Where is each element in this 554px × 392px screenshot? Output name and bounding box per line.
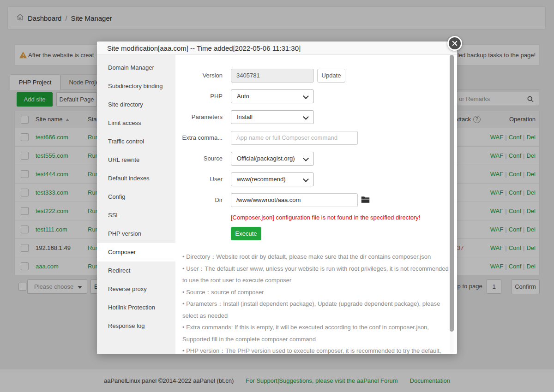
sidebar-item-default-indexes[interactable]: Default indexes [97, 169, 175, 188]
sidebar-item-reverse-proxy[interactable]: Reverse proxy [97, 280, 175, 298]
close-icon[interactable] [447, 36, 462, 51]
sidebar-item-composer[interactable]: Composer [97, 243, 175, 261]
extra-command-placeholder: App name or full Composer command [236, 134, 337, 141]
sidebar-item-traffic-control[interactable]: Traffic control [97, 132, 175, 151]
note-php-version: PHP version：The PHP version used to exec… [182, 345, 452, 354]
modal-scrollbar-thumb[interactable] [450, 55, 454, 332]
user-select[interactable]: www(recommend) [231, 172, 314, 186]
source-select[interactable]: Official(packagist.org) [231, 152, 314, 166]
sidebar-item-site-directory[interactable]: Site directory [97, 95, 175, 114]
modal-sidebar: Domain Manager Subdirectory binding Site… [97, 55, 175, 354]
site-modification-modal: Site modification[aaa.com] -- Time added… [97, 42, 457, 354]
composer-error-message: [Composer.json] configuration file is no… [231, 214, 420, 221]
modal-scrollbar-track [450, 55, 454, 353]
composer-panel: Version 3405781 Update PHP Auto Paramete… [175, 55, 457, 354]
note-user: User：The default user www, unless your w… [182, 263, 452, 286]
composer-notes: Directory：Website root dir by default, p… [182, 251, 452, 354]
sidebar-item-hotlink-protection[interactable]: Hotlink Protection [97, 298, 175, 317]
sidebar-item-domain-manager[interactable]: Domain Manager [97, 59, 175, 77]
php-label: PHP [175, 89, 223, 104]
extra-command-input[interactable]: App name or full Composer command [231, 131, 358, 145]
sidebar-item-url-rewrite[interactable]: URL rewrite [97, 151, 175, 169]
version-label: Version [175, 68, 223, 83]
parameters-select[interactable]: Install [231, 110, 314, 124]
sidebar-item-redirect[interactable]: Redirect [97, 261, 175, 280]
php-select[interactable]: Auto [231, 89, 314, 103]
parameters-label: Parameters [175, 110, 223, 125]
note-directory: Directory：Website root dir by default, p… [182, 251, 452, 263]
sidebar-item-limit-access[interactable]: Limit access [97, 114, 175, 132]
update-button[interactable]: Update [317, 69, 345, 83]
version-input[interactable]: 3405781 [231, 69, 314, 83]
sidebar-item-php-version[interactable]: PHP version [97, 225, 175, 243]
note-extra-commands: Extra commands: If this is empty, it wil… [182, 321, 452, 345]
dir-label: Dir [175, 193, 223, 208]
user-label: User [175, 172, 223, 187]
note-parameters: Parameters：Install (install dependent pa… [182, 298, 452, 321]
extra-command-label: Extra comma... [175, 131, 223, 145]
sidebar-item-response-log[interactable]: Response log [97, 317, 175, 335]
dir-input[interactable]: /www/wwwroot/aaa.com [231, 193, 358, 207]
aapanel-page: Dashboard / Site Manager After the websi… [0, 0, 554, 392]
modal-header: Site modification[aaa.com] -- Time added… [97, 42, 457, 55]
folder-icon[interactable] [361, 196, 370, 205]
sidebar-item-subdirectory-binding[interactable]: Subdirectory binding [97, 77, 175, 95]
note-source: Source：source of composer [182, 286, 452, 298]
source-label: Source [175, 151, 223, 166]
sidebar-item-ssl[interactable]: SSL [97, 206, 175, 225]
sidebar-item-config[interactable]: Config [97, 188, 175, 206]
modal-title: Site modification[aaa.com] -- Time added… [107, 42, 301, 55]
execute-button[interactable]: Execute [231, 227, 261, 240]
